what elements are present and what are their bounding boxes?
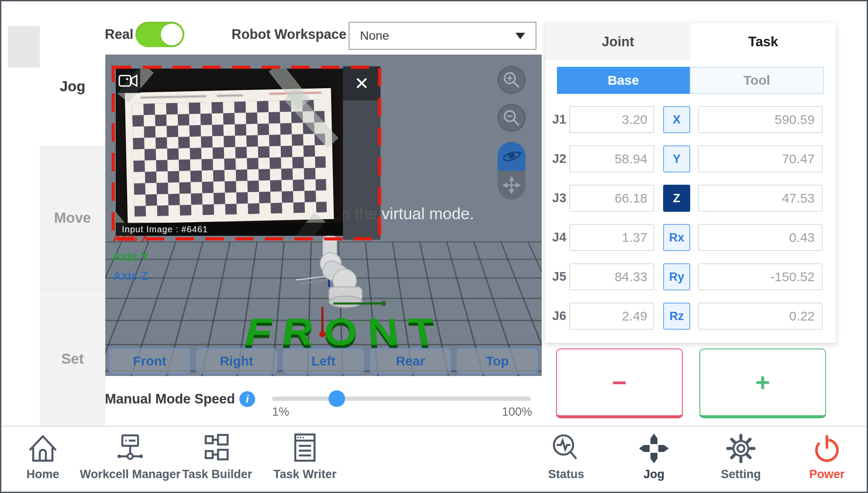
jog-row-3: J3 66.18 Z 47.53 <box>545 185 836 212</box>
tab-joint[interactable]: Joint <box>545 23 691 60</box>
task-builder-icon <box>201 432 234 465</box>
joint-j3-label: J3 <box>552 191 569 205</box>
view-top-button[interactable]: Top <box>456 348 538 374</box>
axis-y-button[interactable]: Y <box>663 145 690 172</box>
gear-icon <box>724 432 757 465</box>
nav-power[interactable]: Power <box>770 432 868 481</box>
jog-minus-button[interactable]: − <box>556 348 683 418</box>
info-icon[interactable]: i <box>239 391 255 407</box>
speed-slider-track[interactable] <box>272 396 531 401</box>
orbit-mode-icon[interactable] <box>498 142 526 171</box>
axis-rz-value[interactable]: 0.22 <box>698 303 823 330</box>
axis-z-button[interactable]: Z <box>663 185 690 212</box>
axis-x-button[interactable]: X <box>663 106 690 133</box>
joint-j2-value[interactable]: 58.94 <box>569 145 654 172</box>
jog-plus-button[interactable]: + <box>699 348 826 418</box>
frame-tool-button[interactable]: Tool <box>690 67 824 94</box>
jog-panel: Joint Task Base Tool J1 3.20 X 590.59 J2… <box>545 23 836 343</box>
view-right-button[interactable]: Right <box>196 348 277 374</box>
workcell-manager-icon <box>114 432 147 465</box>
speed-slider-thumb[interactable] <box>329 390 345 407</box>
view-left-button[interactable]: Left <box>283 348 364 374</box>
axis-rx-button[interactable]: Rx <box>663 224 690 251</box>
joint-j6-value[interactable]: 2.49 <box>569 303 654 330</box>
speed-min-label: 1% <box>272 405 289 419</box>
app-window: Real Robot Workspace None Jog Move Set n… <box>0 0 868 493</box>
axis-z-value[interactable]: 47.53 <box>698 185 823 212</box>
orbit-pan-toggle[interactable] <box>498 142 526 200</box>
power-icon <box>810 432 844 465</box>
jog-row-4: J4 1.37 Rx 0.43 <box>545 224 836 251</box>
robot-workspace-label: Robot Workspace <box>232 27 346 42</box>
reference-frame-switch: Base Tool <box>557 67 824 94</box>
axis-z-label: Axis Z <box>113 269 148 283</box>
jog-row-1: J1 3.20 X 590.59 <box>545 106 836 133</box>
manual-speed-label: Manual Mode Speed <box>105 391 235 407</box>
tab-task[interactable]: Task <box>691 23 836 60</box>
jog-row-6: J6 2.49 Rz 0.22 <box>545 303 836 330</box>
robot-workspace-dropdown[interactable]: None <box>349 22 536 50</box>
axis-y-value[interactable]: 70.47 <box>698 145 823 172</box>
joint-j6-label: J6 <box>552 309 569 323</box>
nav-task-writer[interactable]: Task Writer <box>248 432 362 481</box>
workspace-selected-value: None <box>360 29 515 43</box>
sidebar-item-set[interactable]: Set <box>40 290 105 428</box>
real-mode-label: Real <box>105 27 133 42</box>
task-writer-icon <box>288 432 322 465</box>
axis-ry-value[interactable]: -150.52 <box>698 263 823 290</box>
frame-base-button[interactable]: Base <box>557 67 690 94</box>
3d-viewport[interactable]: n the virtual mode. Axis X Axis Y Axis Z… <box>105 55 542 376</box>
home-icon <box>26 432 59 465</box>
joint-j3-value[interactable]: 66.18 <box>569 185 654 212</box>
toggle-knob <box>161 24 183 45</box>
joint-j1-value[interactable]: 3.20 <box>569 106 654 133</box>
jog-row-2: J2 58.94 Y 70.47 <box>545 145 836 172</box>
real-mode-toggle[interactable] <box>135 22 184 47</box>
camera-feed-overlay: Input Image : #6461 ✕ <box>111 66 381 241</box>
speed-max-label: 100% <box>502 405 532 419</box>
view-front-button[interactable]: Front <box>109 348 190 374</box>
joint-j2-label: J2 <box>552 152 569 166</box>
axis-x-value[interactable]: 590.59 <box>698 106 823 133</box>
joint-j5-value[interactable]: 84.33 <box>569 263 654 290</box>
pan-mode-icon[interactable] <box>498 171 526 200</box>
chevron-down-icon <box>515 33 525 39</box>
zoom-in-button[interactable] <box>498 66 526 94</box>
view-rear-button[interactable]: Rear <box>370 348 451 374</box>
axis-ry-button[interactable]: Ry <box>663 263 690 290</box>
joint-j5-label: J5 <box>552 269 569 284</box>
bottom-nav-bar: Home Workcell Manager <box>1 426 867 492</box>
sidebar-item-move[interactable]: Move <box>40 147 105 290</box>
axis-y-label: Axis Y <box>113 250 149 264</box>
joint-j1-label: J1 <box>552 112 569 127</box>
joint-j4-label: J4 <box>552 230 569 245</box>
view-preset-row: Front Right Left Rear Top <box>109 348 538 374</box>
status-icon <box>550 432 583 465</box>
jog-dpad-icon <box>637 432 671 465</box>
zoom-out-button[interactable] <box>498 104 526 132</box>
joint-j4-value[interactable]: 1.37 <box>569 224 654 251</box>
jog-row-5: J5 84.33 Ry -150.52 <box>545 263 836 290</box>
sidebar-item-jog[interactable]: Jog <box>40 26 105 147</box>
overlay-dashed-border <box>111 66 381 241</box>
axis-rz-button[interactable]: Rz <box>663 303 690 330</box>
axis-rx-value[interactable]: 0.43 <box>698 224 823 251</box>
robot-model <box>281 234 386 339</box>
